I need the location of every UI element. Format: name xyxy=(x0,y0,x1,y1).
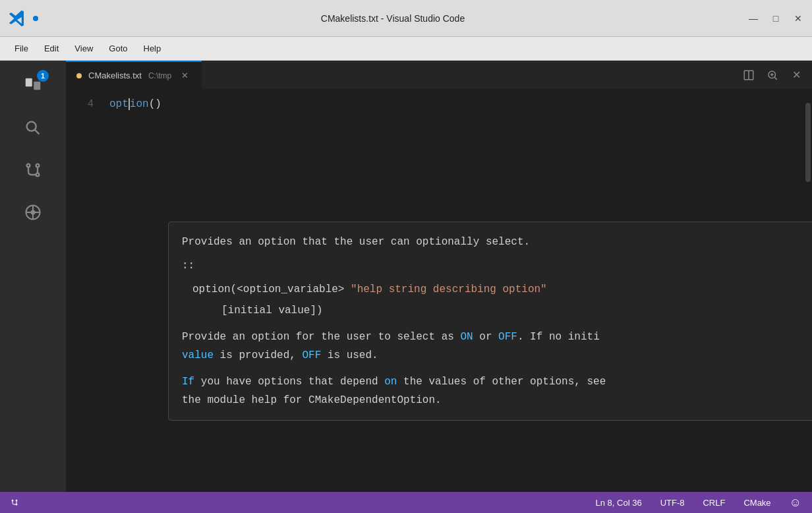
line-numbers: 4 xyxy=(66,90,99,492)
line-number-4: 4 xyxy=(74,95,94,113)
svg-point-6 xyxy=(36,164,40,167)
search-icon xyxy=(21,116,45,140)
editor-area: CMakelists.txt C:\tmp ✕ xyxy=(66,61,812,492)
doc-desc1: Provide an option for the user to select… xyxy=(182,328,812,346)
menu-help[interactable]: Help xyxy=(137,41,168,56)
active-tab[interactable]: CMakelists.txt C:\tmp ✕ xyxy=(66,61,202,90)
doc-popup: Provides an option that the user can opt… xyxy=(168,222,812,421)
doc-desc1-post: . If no initi xyxy=(517,331,600,343)
svg-point-5 xyxy=(36,173,40,177)
main-area: 1 xyxy=(0,61,812,492)
tab-path: C:\tmp xyxy=(148,71,171,80)
code-parens: () xyxy=(149,95,161,113)
tab-close-button[interactable]: ✕ xyxy=(178,69,191,82)
menu-file[interactable]: File xyxy=(8,41,35,56)
title-bar: CMakelists.txt - Visual Studio Code — □ … xyxy=(0,0,812,37)
vscode-logo-icon xyxy=(8,9,26,28)
status-bar: Ln 8, Col 36 UTF-8 CRLF CMake ☺ xyxy=(0,492,812,513)
svg-rect-0 xyxy=(26,78,32,87)
doc-separator: :: xyxy=(182,256,812,275)
tab-modified-dot xyxy=(76,73,82,78)
doc-code-line2: [initial value]) xyxy=(221,301,812,320)
code-line-4: option() xyxy=(109,95,804,113)
close-button[interactable]: ✕ xyxy=(792,13,804,24)
activity-extensions[interactable] xyxy=(13,193,53,232)
doc-code-string: "help string describing option" xyxy=(351,284,547,295)
menu-goto[interactable]: Goto xyxy=(102,41,134,56)
status-bar-left xyxy=(8,496,21,509)
svg-point-21 xyxy=(16,500,17,501)
doc-desc2-value: value xyxy=(182,349,214,361)
tab-actions: ✕ xyxy=(738,65,812,86)
activity-source-control[interactable] xyxy=(13,150,53,190)
maximize-button[interactable]: □ xyxy=(770,13,782,24)
doc-code-pre: option(<option_variable> xyxy=(192,284,351,295)
doc-desc3: If you have options that depend on the v… xyxy=(182,373,812,391)
svg-point-12 xyxy=(31,210,36,215)
encoding[interactable]: UTF-8 xyxy=(658,498,687,508)
doc-desc3-mid2: the values of other options, see xyxy=(397,376,606,388)
open-changes-button[interactable] xyxy=(762,65,783,86)
activity-search[interactable] xyxy=(13,108,53,148)
code-keyword-option: opt xyxy=(109,95,129,113)
smiley-icon[interactable]: ☺ xyxy=(787,496,804,510)
close-editor-button[interactable]: ✕ xyxy=(786,65,807,86)
menu-view[interactable]: View xyxy=(68,41,100,56)
doc-desc3-mid1: you have options that depend xyxy=(194,376,384,388)
svg-point-2 xyxy=(27,122,36,131)
title-bar-dot xyxy=(33,16,38,21)
svg-point-4 xyxy=(27,164,30,167)
status-bar-right: Ln 8, Col 36 UTF-8 CRLF CMake ☺ xyxy=(593,496,804,510)
activity-explorer[interactable]: 1 xyxy=(13,66,53,106)
svg-point-19 xyxy=(12,500,13,501)
doc-desc1-pre: Provide an option for the user to select… xyxy=(182,331,460,343)
svg-line-3 xyxy=(35,130,39,134)
doc-desc1-on: ON xyxy=(460,331,473,343)
explorer-badge: 1 xyxy=(37,70,49,82)
doc-desc1-off: OFF xyxy=(498,331,517,343)
extensions-icon xyxy=(21,200,45,224)
svg-rect-1 xyxy=(34,82,40,90)
doc-line-provides: Provides an option that the user can opt… xyxy=(182,233,812,251)
doc-desc3-if: If xyxy=(182,376,194,388)
doc-desc2-off: OFF xyxy=(302,349,321,361)
editor-content[interactable]: 4 option() Provides an option that the u… xyxy=(66,90,812,492)
doc-desc2: value is provided, OFF is used. xyxy=(182,346,812,365)
language-mode[interactable]: CMake xyxy=(741,498,773,508)
doc-desc1-or: or xyxy=(479,331,492,343)
git-branch-icon[interactable] xyxy=(8,496,21,509)
scrollbar-thumb[interactable] xyxy=(805,103,811,182)
minimize-button[interactable]: — xyxy=(747,13,759,24)
cursor-position[interactable]: Ln 8, Col 36 xyxy=(593,498,645,508)
doc-desc3-on: on xyxy=(384,376,397,388)
code-keyword-option2: ion xyxy=(130,95,149,113)
doc-code-line1: option(<option_variable> "help string de… xyxy=(192,280,812,299)
svg-point-20 xyxy=(16,504,17,505)
menu-bar: File Edit View Goto Help xyxy=(0,37,812,61)
split-editor-button[interactable] xyxy=(738,65,759,86)
menu-edit[interactable]: Edit xyxy=(38,41,65,56)
doc-desc2-post: is used. xyxy=(321,349,378,361)
title-bar-title: CMakelists.txt - Visual Studio Code xyxy=(45,13,741,24)
git-icon xyxy=(21,158,45,182)
activity-bar: 1 xyxy=(0,61,66,492)
tab-filename: CMakelists.txt xyxy=(88,71,142,80)
doc-desc2-mid: is provided, xyxy=(214,349,302,361)
doc-desc1-space2 xyxy=(492,331,498,343)
svg-line-16 xyxy=(774,77,776,79)
title-bar-controls: — □ ✕ xyxy=(747,13,804,24)
line-ending[interactable]: CRLF xyxy=(700,498,728,508)
doc-desc4: the module help for CMakeDependentOption… xyxy=(182,391,812,409)
doc-desc1-space1 xyxy=(473,331,480,343)
tab-bar: CMakelists.txt C:\tmp ✕ xyxy=(66,61,812,90)
